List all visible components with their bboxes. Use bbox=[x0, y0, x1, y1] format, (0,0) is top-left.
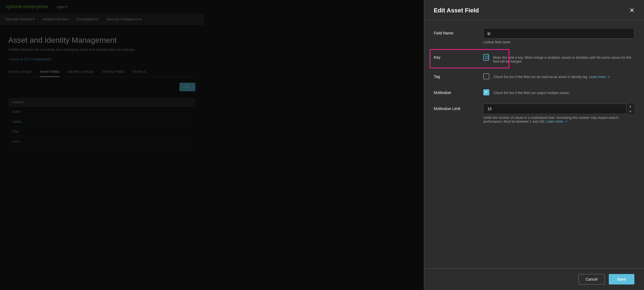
tag-label: Tag bbox=[434, 72, 483, 79]
multivalue-limit-label: Multivalue Limit bbox=[434, 104, 483, 111]
modal-title: Edit Asset Field bbox=[434, 7, 479, 14]
close-modal-button[interactable]: ✕ bbox=[629, 7, 634, 14]
multivalue-limit-learn-more-link[interactable]: Learn more bbox=[546, 120, 563, 123]
number-arrows: ▲ ▼ bbox=[626, 104, 634, 114]
key-row: Key Make this field a key. When merge is… bbox=[434, 52, 634, 63]
field-name-hint: Lookup field name. bbox=[483, 40, 634, 44]
key-label: Key bbox=[434, 52, 483, 60]
multivalue-limit-row: Multivalue Limit ▲ ▼ Limits the number o… bbox=[434, 104, 634, 123]
modal-footer: Cancel Save bbox=[424, 268, 644, 290]
tag-row: Tag Check the box if the field can be us… bbox=[434, 72, 634, 79]
tag-learn-more-link[interactable]: Learn more bbox=[589, 75, 606, 79]
key-hint: Make this field a key. When merge is ena… bbox=[493, 56, 634, 63]
modal-overlay: Edit Asset Field ✕ Field Name Lookup fie… bbox=[0, 0, 644, 290]
tag-hint: Check the box if the field can be used a… bbox=[493, 75, 610, 79]
key-checkbox[interactable] bbox=[483, 54, 489, 61]
save-button[interactable]: Save bbox=[609, 274, 634, 284]
multivalue-limit-input[interactable] bbox=[483, 104, 634, 114]
edit-asset-field-modal: Edit Asset Field ✕ Field Name Lookup fie… bbox=[424, 0, 644, 290]
field-name-label: Field Name bbox=[434, 28, 483, 35]
multivalue-label: Multivalue bbox=[434, 88, 483, 95]
decrement-button[interactable]: ▼ bbox=[626, 109, 634, 114]
tag-checkbox[interactable] bbox=[483, 73, 489, 79]
field-name-input[interactable] bbox=[483, 28, 634, 39]
multivalue-checkbox[interactable] bbox=[483, 89, 489, 95]
cancel-button[interactable]: Cancel bbox=[578, 274, 605, 284]
multivalue-row: Multivalue Check the box if the field ca… bbox=[434, 88, 634, 95]
multivalue-hint: Check the box if the field can output mu… bbox=[493, 91, 570, 95]
multivalue-limit-hint: Limits the number of values in a multiva… bbox=[483, 116, 634, 123]
field-name-row: Field Name Lookup field name. bbox=[434, 28, 634, 44]
increment-button[interactable]: ▲ bbox=[626, 104, 634, 109]
